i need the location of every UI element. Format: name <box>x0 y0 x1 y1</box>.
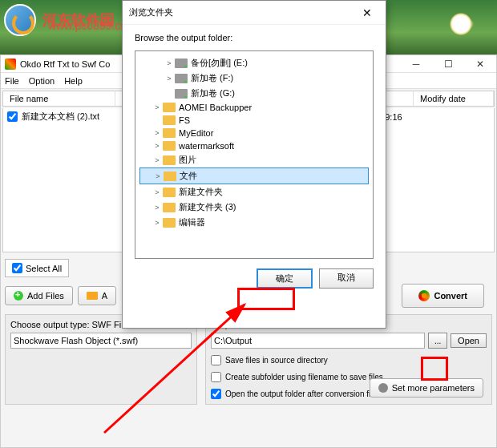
dialog-label: Browse the output folder: <box>135 33 374 42</box>
folder-icon <box>163 218 176 228</box>
chevron-icon: > <box>152 103 163 111</box>
tree-item-label: 新建文件夹 <box>179 186 223 198</box>
plus-icon <box>14 291 23 301</box>
tree-item-label: 新建文件夹 (3) <box>179 201 236 213</box>
folder-icon <box>163 115 176 125</box>
site-url: www.pc0359.cn <box>48 19 127 32</box>
chevron-icon: > <box>152 204 163 212</box>
folder-icon <box>163 128 176 138</box>
menu-option[interactable]: Option <box>29 76 55 86</box>
dialog-title: 浏览文件夹 <box>129 6 173 18</box>
tree-item-label: 图片 <box>179 154 196 166</box>
folder-tree[interactable]: >备份[勿删] (E:)>新加卷 (F:)新加卷 (G:)>AOMEI Back… <box>135 50 374 259</box>
folder-icon <box>87 292 98 300</box>
drive-icon <box>175 74 188 83</box>
save-source-option[interactable]: Save files in source directory <box>211 355 487 365</box>
folder-icon <box>163 188 176 197</box>
tree-item-label: MyEditor <box>179 128 213 138</box>
close-button[interactable]: ✕ <box>464 55 496 73</box>
chevron-icon: > <box>152 156 163 164</box>
ok-button[interactable]: 确定 <box>257 268 313 289</box>
app-icon <box>5 59 16 70</box>
open-button[interactable]: Open <box>451 333 487 348</box>
folder-icon <box>163 203 176 212</box>
tree-item[interactable]: >文件 <box>139 167 369 184</box>
chevron-icon: > <box>152 188 163 196</box>
folder-icon <box>163 141 176 151</box>
dialog-close-button[interactable]: ✕ <box>355 1 379 25</box>
browse-dialog: 浏览文件夹 ✕ Browse the output folder: >备份[勿删… <box>122 0 386 329</box>
tree-item[interactable]: >MyEditor <box>139 127 369 139</box>
convert-icon <box>418 290 430 301</box>
more-parameters-button[interactable]: Set more parameters <box>370 378 483 398</box>
tree-item-label: 新加卷 (G:) <box>191 87 235 99</box>
tree-item[interactable]: >watermarksoft <box>139 139 369 152</box>
tree-item[interactable]: >图片 <box>139 152 369 167</box>
tree-item-label: FS <box>179 115 190 125</box>
tree-item[interactable]: >备份[勿删] (E:) <box>139 55 369 71</box>
app-title: Okdo Rtf Txt to Swf Co <box>20 59 110 69</box>
tree-item[interactable]: >AOMEI Backupper <box>139 101 369 114</box>
select-all[interactable]: Select All <box>5 259 69 277</box>
tree-item[interactable]: >编辑器 <box>139 215 369 230</box>
menu-help[interactable]: Help <box>64 76 83 86</box>
convert-button[interactable]: Convert <box>402 284 484 308</box>
chevron-icon: > <box>152 142 163 150</box>
logo-icon <box>4 4 36 36</box>
tree-item-label: watermarksoft <box>179 141 234 151</box>
col-filename[interactable]: File name <box>3 91 115 106</box>
folder-icon <box>163 155 176 165</box>
folder-icon <box>164 172 176 181</box>
browse-button[interactable]: ... <box>428 333 447 349</box>
dialog-titlebar: 浏览文件夹 ✕ <box>123 1 386 25</box>
gear-icon <box>378 383 388 393</box>
tree-item-label: 文件 <box>180 170 197 182</box>
add-folder-button[interactable]: A <box>78 286 116 305</box>
tree-item[interactable]: >新建文件夹 <box>139 184 369 200</box>
folder-icon <box>163 103 176 112</box>
col-modify[interactable]: Modify date <box>414 91 494 106</box>
tree-item-label: AOMEI Backupper <box>179 103 252 112</box>
convert-label: Convert <box>434 291 467 301</box>
drive-icon <box>175 89 188 99</box>
chevron-icon: > <box>152 219 163 227</box>
minimize-button[interactable]: ─ <box>400 55 432 73</box>
chevron-icon: > <box>164 75 175 83</box>
drive-icon <box>175 59 188 68</box>
output-type-input[interactable] <box>10 333 192 349</box>
file-checkbox[interactable] <box>7 111 18 122</box>
chevron-icon: > <box>152 129 163 137</box>
select-all-checkbox[interactable] <box>12 263 22 273</box>
tree-item[interactable]: >新建文件夹 (3) <box>139 200 369 215</box>
tree-item[interactable]: 新加卷 (G:) <box>139 86 369 101</box>
tree-item-label: 新加卷 (F:) <box>191 72 233 84</box>
chevron-icon: > <box>152 172 164 180</box>
add-folder-label: A <box>102 291 107 301</box>
create-subfolder-checkbox[interactable] <box>211 372 221 382</box>
select-all-label: Select All <box>26 264 62 273</box>
open-after-checkbox[interactable] <box>211 389 221 399</box>
tree-item-label: 备份[勿删] (E:) <box>191 57 248 69</box>
tree-item-label: 编辑器 <box>179 216 205 228</box>
add-files-label: Add Files <box>27 291 64 301</box>
chevron-icon: > <box>164 59 175 67</box>
menu-file[interactable]: File <box>5 76 19 86</box>
tree-item[interactable]: FS <box>139 114 369 127</box>
cancel-button[interactable]: 取消 <box>319 268 374 289</box>
save-source-checkbox[interactable] <box>211 355 221 365</box>
add-files-button[interactable]: Add Files <box>5 286 73 305</box>
tree-item[interactable]: >新加卷 (F:) <box>139 71 369 86</box>
maximize-button[interactable]: ☐ <box>432 55 464 73</box>
output-folder-input[interactable] <box>211 333 425 349</box>
